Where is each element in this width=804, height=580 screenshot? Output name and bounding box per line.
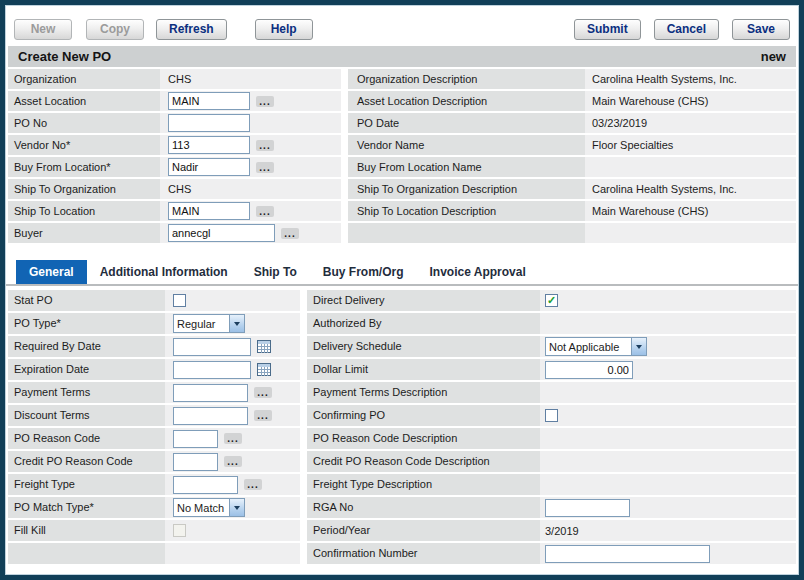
credit-po-reason-code-lookup-button[interactable]: ... — [224, 456, 242, 467]
freight-type-input[interactable] — [173, 476, 238, 494]
lookup-icon: ... — [257, 410, 268, 421]
delivery-schedule-selected-value: Not Applicable — [546, 341, 631, 353]
tab-invoice-approval[interactable]: Invoice Approval — [416, 260, 538, 284]
lookup-icon: ... — [284, 228, 295, 239]
payment-terms-input[interactable] — [173, 384, 248, 402]
tab-ship-to[interactable]: Ship To — [241, 260, 310, 284]
form-row-credit-po-reason-code: Credit PO Reason Code ... Credit PO Reas… — [8, 451, 796, 472]
freight-type-lookup-button[interactable]: ... — [244, 479, 262, 490]
payment-terms-description-label: Payment Terms Description — [307, 382, 540, 403]
lookup-icon: ... — [259, 96, 270, 107]
direct-delivery-field-cell: ✓ — [540, 290, 796, 311]
vendor-no-input[interactable] — [168, 136, 250, 154]
freight-type-description-label: Freight Type Description — [307, 474, 540, 495]
empty-value — [585, 223, 796, 243]
copy-button[interactable]: Copy — [86, 19, 144, 40]
direct-delivery-label: Direct Delivery — [307, 290, 540, 311]
po-reason-code-input[interactable] — [173, 430, 218, 448]
asset-location-input[interactable] — [168, 92, 250, 110]
required-by-date-input[interactable] — [173, 338, 251, 356]
stat-po-checkbox[interactable] — [173, 294, 186, 307]
direct-delivery-checkbox[interactable]: ✓ — [545, 294, 558, 307]
authorized-by-label: Authorized By — [307, 313, 540, 334]
record-mode-badge: new — [761, 49, 786, 64]
po-type-field-cell: Regular — [165, 313, 300, 334]
rga-no-label: RGA No — [307, 497, 540, 518]
calendar-icon[interactable] — [257, 340, 271, 353]
toolbar: New Copy Refresh Help Submit Cancel Save — [14, 18, 790, 40]
buy-from-location-name-value — [585, 157, 796, 177]
general-tab-form: Stat PO Direct Delivery ✓ PO Type* Regul… — [6, 290, 798, 564]
buy-from-location-input[interactable] — [168, 158, 250, 176]
delivery-schedule-select[interactable]: Not Applicable — [545, 337, 647, 356]
confirmation-number-label: Confirmation Number — [307, 543, 540, 564]
delivery-schedule-field-cell: Not Applicable — [540, 336, 796, 357]
dollar-limit-input[interactable] — [545, 361, 633, 379]
lookup-icon: ... — [247, 479, 258, 490]
confirmation-number-input[interactable] — [545, 545, 710, 563]
calendar-icon[interactable] — [257, 363, 271, 376]
buy-from-location-lookup-button[interactable]: ... — [256, 162, 274, 173]
ship-to-organization-description-value: Carolina Health Systems, Inc. — [585, 179, 796, 199]
confirming-po-checkbox[interactable] — [545, 409, 558, 422]
save-button[interactable]: Save — [732, 19, 790, 40]
form-row-ship-to-organization: Ship To Organization CHS Ship To Organiz… — [8, 179, 796, 199]
lookup-icon: ... — [259, 140, 270, 151]
asset-location-description-value: Main Warehouse (CHS) — [585, 91, 796, 111]
cancel-button[interactable]: Cancel — [654, 19, 719, 40]
form-row-po-match-type: PO Match Type* No Match RGA No — [8, 497, 796, 518]
buy-from-location-label: Buy From Location* — [8, 157, 160, 177]
help-button[interactable]: Help — [255, 19, 313, 40]
payment-terms-lookup-button[interactable]: ... — [254, 387, 272, 398]
vendor-no-label: Vendor No* — [8, 135, 160, 155]
title-bar: Create New PO new — [8, 46, 796, 67]
confirming-po-label: Confirming PO — [307, 405, 540, 426]
expiration-date-input[interactable] — [173, 361, 251, 379]
po-type-select[interactable]: Regular — [173, 314, 245, 333]
refresh-button[interactable]: Refresh — [156, 19, 227, 40]
ship-to-location-description-label: Ship To Location Description — [348, 201, 585, 221]
form-row-freight-type: Freight Type ... Freight Type Descriptio… — [8, 474, 796, 495]
po-reason-code-lookup-button[interactable]: ... — [224, 433, 242, 444]
tab-additional-information[interactable]: Additional Information — [87, 260, 241, 284]
form-row-po-no: PO No PO Date 03/23/2019 — [8, 113, 796, 133]
po-no-field-cell — [160, 113, 341, 133]
submit-button[interactable]: Submit — [574, 19, 641, 40]
tab-general[interactable]: General — [16, 260, 87, 284]
form-row-stat-po: Stat PO Direct Delivery ✓ — [8, 290, 796, 311]
buyer-label: Buyer — [8, 223, 160, 243]
expiration-date-field-cell — [165, 359, 300, 380]
discount-terms-input[interactable] — [173, 407, 248, 425]
fill-kill-checkbox — [173, 524, 186, 537]
fill-kill-label: Fill Kill — [8, 520, 165, 541]
asset-location-lookup-button[interactable]: ... — [256, 96, 274, 107]
chevron-down-icon — [229, 315, 244, 332]
buyer-input[interactable] — [168, 224, 275, 242]
po-match-type-select[interactable]: No Match — [173, 498, 245, 517]
po-no-input[interactable] — [168, 114, 250, 132]
vendor-name-value: Floor Specialties — [585, 135, 796, 155]
credit-po-reason-code-input[interactable] — [173, 453, 218, 471]
discount-terms-lookup-button[interactable]: ... — [254, 410, 272, 421]
buy-from-location-field-cell: ... — [160, 157, 341, 177]
new-button[interactable]: New — [14, 19, 72, 40]
checkmark-icon: ✓ — [547, 294, 556, 307]
tab-buy-from-org[interactable]: Buy From/Org — [310, 260, 417, 284]
ship-to-location-lookup-button[interactable]: ... — [256, 206, 274, 217]
form-row-required-by-date: Required By Date Delivery Schedule Not A… — [8, 336, 796, 357]
ship-to-location-input[interactable] — [168, 202, 250, 220]
po-match-type-field-cell: No Match — [165, 497, 300, 518]
freight-type-label: Freight Type — [8, 474, 165, 495]
form-row-organization: Organization CHS Organization Descriptio… — [8, 69, 796, 89]
required-by-date-field-cell — [165, 336, 300, 357]
authorized-by-value — [540, 313, 796, 334]
ship-to-organization-value: CHS — [160, 179, 341, 199]
rga-no-input[interactable] — [545, 499, 630, 517]
empty-label — [348, 223, 585, 243]
period-year-label: Period/Year — [307, 520, 540, 541]
lookup-icon: ... — [227, 456, 238, 467]
buyer-lookup-button[interactable]: ... — [281, 228, 299, 239]
organization-description-label: Organization Description — [348, 69, 585, 89]
vendor-no-lookup-button[interactable]: ... — [256, 140, 274, 151]
po-reason-code-description-label: PO Reason Code Description — [307, 428, 540, 449]
